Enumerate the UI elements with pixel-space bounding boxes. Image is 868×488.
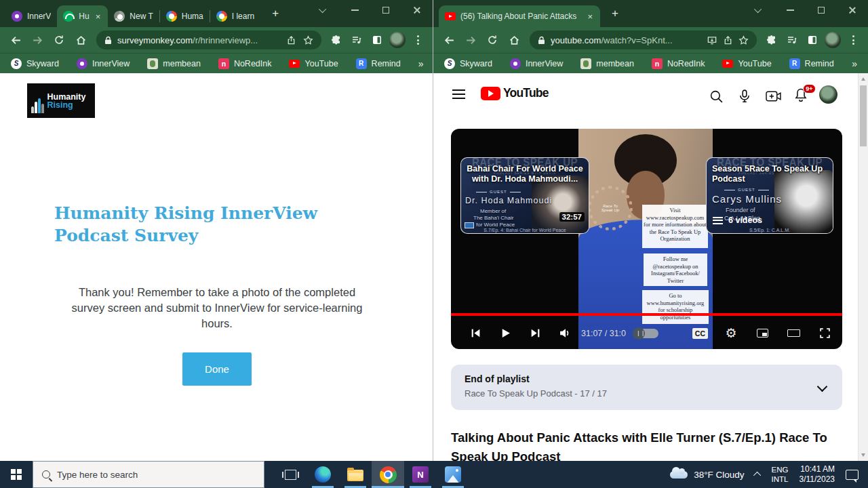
tab-innerview[interactable]: InnerV <box>5 5 57 27</box>
tab-google-search-1[interactable]: Huma <box>160 5 210 27</box>
scroll-down-icon[interactable] <box>861 453 865 457</box>
search-button[interactable] <box>708 88 724 104</box>
scrollbar-thumb[interactable] <box>860 85 867 146</box>
tab-search-button[interactable] <box>308 0 339 20</box>
playlist-extension-icon[interactable] <box>347 30 366 49</box>
taskbar-edge-button[interactable] <box>307 461 339 488</box>
youtube-avatar[interactable] <box>819 85 837 104</box>
bookmark-innerview[interactable]: InnerView <box>77 58 130 69</box>
bookmark-remind[interactable]: RRemind <box>789 58 834 69</box>
scrollbar[interactable] <box>858 73 868 461</box>
remind-icon: R <box>356 58 367 69</box>
extensions-button[interactable] <box>762 30 781 49</box>
taskbar-search-input[interactable]: Type here to search <box>33 461 264 488</box>
maximize-button[interactable] <box>806 0 837 20</box>
weather-widget[interactable]: 38°F Cloudy <box>670 470 744 480</box>
tab-survey-active[interactable]: Hu × <box>57 5 108 27</box>
tab-google-search-2[interactable]: I learn <box>210 5 260 27</box>
fullscreen-button[interactable] <box>816 325 833 342</box>
chrome-menu-button[interactable] <box>844 30 863 49</box>
miniplayer-button[interactable] <box>754 325 770 342</box>
bookmark-youtube[interactable]: YouTube <box>289 58 338 69</box>
split-screen-extension-icon[interactable] <box>803 30 822 49</box>
profile-avatar[interactable] <box>823 30 842 49</box>
profile-avatar[interactable] <box>388 30 407 49</box>
volume-button[interactable] <box>550 320 580 347</box>
tab-search-button[interactable] <box>743 0 774 20</box>
home-button[interactable] <box>71 30 91 50</box>
playlist-panel[interactable]: End of playlist Race To Speak Up Podcast… <box>451 365 842 410</box>
autoplay-toggle[interactable] <box>634 329 658 338</box>
bookmark-noredink[interactable]: nNoRedInk <box>218 58 272 69</box>
forward-button[interactable] <box>460 30 481 50</box>
new-tab-button[interactable]: + <box>607 5 623 22</box>
scroll-up-icon[interactable] <box>861 77 865 81</box>
tab-youtube-active[interactable]: (56) Talking About Panic Attacks × <box>439 5 600 27</box>
start-button[interactable] <box>0 461 33 488</box>
bookmark-membean[interactable]: membean <box>147 58 201 69</box>
voice-search-button[interactable] <box>736 88 753 104</box>
back-button[interactable] <box>439 30 459 50</box>
bookmark-innerview[interactable]: InnerView <box>510 58 563 69</box>
action-center-icon[interactable] <box>846 470 859 480</box>
address-bar[interactable]: youtube.com/watch?v=SpKnt... <box>530 30 757 49</box>
taskbar-onenote-button[interactable]: N <box>404 461 437 488</box>
captions-button[interactable]: CC <box>692 328 708 339</box>
bookmark-skyward[interactable]: SSkyward <box>11 58 59 69</box>
bookmarks-overflow-button[interactable]: » <box>852 58 857 69</box>
theater-mode-button[interactable] <box>785 325 802 342</box>
tab-new-tab[interactable]: New T <box>108 5 159 27</box>
bookmark-membean[interactable]: membean <box>580 58 634 69</box>
taskbar-photos-button[interactable] <box>437 461 469 488</box>
youtube-logo[interactable]: YouTube <box>481 86 549 100</box>
bookmark-noredink[interactable]: nNoRedInk <box>652 58 705 69</box>
bookmark-remind[interactable]: RRemind <box>356 58 401 69</box>
taskbar-file-explorer-button[interactable] <box>339 461 372 488</box>
endscreen-card-playlist[interactable]: RACE TO SPEAK UP PODCAST SERIES WITH DEV… <box>706 157 833 234</box>
back-button[interactable] <box>5 30 26 50</box>
bookmark-skyward[interactable]: SSkyward <box>444 58 492 69</box>
tab-close-icon[interactable]: × <box>94 12 102 21</box>
address-bar[interactable]: surveymonkey.com/r/hrinnerviewp... <box>96 30 321 49</box>
minimize-button[interactable] <box>339 0 370 20</box>
extensions-button[interactable] <box>327 30 346 49</box>
split-screen-extension-icon[interactable] <box>368 30 387 49</box>
create-button[interactable] <box>765 88 781 104</box>
endscreen-card-video[interactable]: RACE TO SPEAK UP PODCAST SERIES WITH DEV… <box>460 157 589 234</box>
taskbar-chrome-button[interactable] <box>372 461 404 488</box>
minimize-button[interactable] <box>774 0 806 20</box>
notifications-button[interactable]: 9+ <box>793 87 809 103</box>
close-button[interactable] <box>401 0 433 20</box>
close-button[interactable] <box>837 0 868 20</box>
video-player[interactable]: Race To Speak Up Visit www.racetospeakup… <box>451 129 842 349</box>
clock[interactable]: 10:41 AM 3/11/2023 <box>800 464 835 485</box>
bookmarks-overflow-button[interactable]: » <box>418 58 424 69</box>
next-button[interactable] <box>520 320 550 347</box>
bookmark-star-button[interactable] <box>738 35 749 45</box>
tab-close-icon[interactable]: × <box>586 12 594 21</box>
install-app-button[interactable] <box>707 35 717 45</box>
reload-button[interactable] <box>49 30 69 50</box>
share-button[interactable] <box>723 35 733 45</box>
previous-button[interactable] <box>460 320 490 347</box>
forward-button[interactable] <box>27 30 47 50</box>
task-view-button[interactable] <box>274 461 307 488</box>
bookmark-star-button[interactable] <box>303 35 313 45</box>
play-button[interactable] <box>490 320 520 347</box>
share-button[interactable] <box>286 35 296 45</box>
tray-expand-button[interactable] <box>753 472 761 479</box>
chrome-menu-button[interactable] <box>408 30 427 49</box>
settings-button[interactable]: ⚙ <box>723 325 739 342</box>
language-indicator[interactable]: ENG INTL <box>772 465 789 484</box>
hamburger-menu-button[interactable] <box>452 89 465 99</box>
new-tab-button[interactable]: + <box>267 5 283 22</box>
reload-button[interactable] <box>482 30 502 50</box>
time-display: 31:07 / 31:0 <box>581 329 626 338</box>
progress-bar[interactable] <box>451 313 842 316</box>
playlist-extension-icon[interactable] <box>783 30 802 49</box>
bookmark-youtube[interactable]: YouTube <box>722 58 771 69</box>
home-button[interactable] <box>504 30 524 50</box>
maximize-button[interactable] <box>370 0 401 20</box>
done-button[interactable]: Done <box>182 352 252 386</box>
youtube-favicon <box>445 12 456 20</box>
